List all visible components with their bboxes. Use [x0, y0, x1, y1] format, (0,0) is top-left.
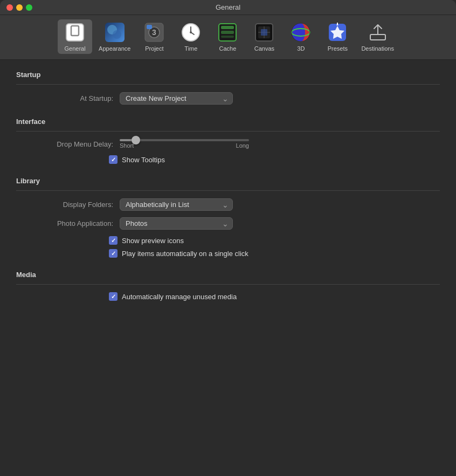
general-icon: [64, 22, 86, 43]
toolbar-label-project: Project: [145, 45, 163, 52]
show-tooltips-checkbox[interactable]: [109, 155, 118, 164]
toolbar-item-destinations[interactable]: Destinations: [357, 19, 398, 54]
svg-rect-27: [370, 35, 385, 40]
photo-application-row: Photo Application: Photos Lightroom None: [16, 217, 440, 230]
auto-manage-row: Automatically manage unused media: [16, 292, 440, 301]
library-section: Library Display Folders: Alphabetically …: [16, 177, 440, 258]
photo-application-label: Photo Application:: [27, 219, 113, 227]
slider-labels: Short Long: [120, 141, 249, 149]
display-folders-label: Display Folders:: [27, 201, 113, 209]
toolbar-label-3d: 3D: [297, 45, 305, 52]
show-preview-icons-label: Show preview icons: [122, 237, 184, 245]
titlebar: General: [0, 0, 456, 15]
maximize-button[interactable]: [26, 4, 32, 11]
at-startup-label: At Startup:: [27, 94, 113, 102]
toolbar-item-3d[interactable]: 3D: [284, 19, 318, 54]
svg-point-12: [190, 31, 192, 33]
photo-application-dropdown[interactable]: Photos Lightroom None: [120, 217, 233, 230]
toolbar-item-cache[interactable]: Cache: [210, 19, 245, 54]
toolbar-item-project[interactable]: 3 Project: [137, 19, 171, 54]
presets-icon: [327, 22, 348, 43]
toolbar: General Appearance 3: [0, 15, 456, 60]
toolbar-label-canvas: Canvas: [254, 45, 274, 52]
toolbar-item-canvas[interactable]: Canvas: [247, 19, 281, 54]
startup-row: At Startup: Create New Project Open Last…: [16, 92, 440, 105]
interface-divider: [16, 131, 440, 132]
show-tooltips-row: Show Tooltips: [16, 155, 440, 164]
media-divider: [16, 284, 440, 285]
interface-header: Interface: [16, 118, 440, 126]
toolbar-label-appearance: Appearance: [99, 45, 130, 52]
svg-point-4: [113, 30, 121, 39]
toolbar-item-general[interactable]: General: [58, 19, 92, 54]
svg-rect-8: [147, 25, 152, 29]
time-icon: [180, 22, 202, 43]
3d-icon: [290, 22, 312, 43]
cache-icon: [217, 22, 238, 43]
close-button[interactable]: [6, 4, 13, 11]
settings-content: Startup At Startup: Create New Project O…: [0, 60, 456, 325]
svg-rect-15: [221, 31, 234, 34]
project-icon: 3: [143, 22, 165, 43]
drop-menu-row: Drop Menu Delay: Short Long: [16, 139, 440, 149]
toolbar-label-presets: Presets: [328, 45, 348, 52]
interface-section: Interface Drop Menu Delay: Short Long Sh…: [16, 118, 440, 164]
canvas-icon: [253, 22, 275, 43]
play-items-row: Play items automatically on a single cli…: [16, 249, 440, 258]
appearance-icon: [104, 22, 126, 43]
toolbar-label-cache: Cache: [219, 45, 236, 52]
at-startup-dropdown-wrapper: Create New Project Open Last Project Sho…: [120, 92, 233, 105]
play-items-checkbox[interactable]: [109, 249, 118, 258]
at-startup-dropdown[interactable]: Create New Project Open Last Project Sho…: [120, 92, 233, 105]
destinations-icon: [367, 22, 389, 43]
startup-divider: [16, 84, 440, 85]
toolbar-item-presets[interactable]: Presets: [320, 19, 355, 54]
slider-max-label: Long: [236, 142, 249, 149]
window-title: General: [216, 3, 240, 11]
media-section: Media Automatically manage unused media: [16, 271, 440, 301]
auto-manage-label: Automatically manage unused media: [122, 293, 237, 301]
photo-application-dropdown-wrapper: Photos Lightroom None: [120, 217, 233, 230]
startup-header: Startup: [16, 71, 440, 79]
toolbar-label-destinations: Destinations: [361, 45, 394, 52]
display-folders-dropdown-wrapper: Alphabetically in List Hierarchically Fl…: [120, 198, 233, 211]
show-tooltips-label: Show Tooltips: [122, 156, 165, 164]
toolbar-item-appearance[interactable]: Appearance: [94, 19, 135, 54]
minimize-button[interactable]: [16, 4, 23, 11]
svg-rect-14: [221, 26, 234, 29]
toolbar-item-time[interactable]: Time: [174, 19, 208, 54]
svg-rect-16: [221, 36, 234, 38]
slider-min-label: Short: [120, 142, 134, 149]
svg-text:3: 3: [152, 28, 156, 37]
display-folders-row: Display Folders: Alphabetically in List …: [16, 198, 440, 211]
media-header: Media: [16, 271, 440, 279]
toolbar-label-general: General: [64, 45, 85, 52]
drop-menu-label: Drop Menu Delay:: [27, 140, 113, 148]
display-folders-dropdown[interactable]: Alphabetically in List Hierarchically Fl…: [120, 198, 233, 211]
library-header: Library: [16, 177, 440, 185]
slider-container: Short Long: [120, 139, 249, 149]
library-divider: [16, 190, 440, 191]
svg-rect-21: [261, 29, 267, 36]
play-items-label: Play items automatically on a single cli…: [122, 250, 248, 258]
show-preview-icons-checkbox[interactable]: [109, 236, 118, 245]
startup-section: Startup At Startup: Create New Project O…: [16, 71, 440, 105]
auto-manage-checkbox[interactable]: [109, 292, 118, 301]
traffic-lights: [6, 4, 32, 11]
toolbar-label-time: Time: [184, 45, 197, 52]
show-preview-icons-row: Show preview icons: [16, 236, 440, 245]
